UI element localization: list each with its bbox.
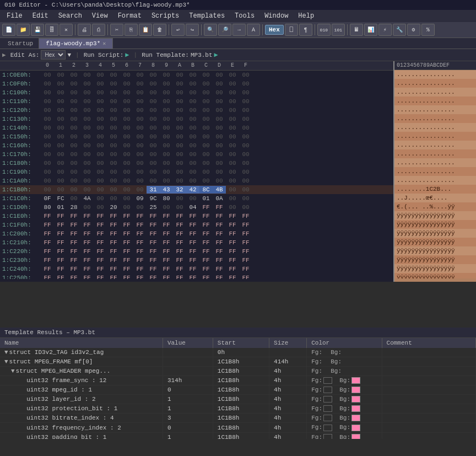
open-btn[interactable]: 📁: [17, 24, 30, 36]
hex-byte[interactable]: FF: [54, 274, 67, 279]
hex-byte[interactable]: 00: [54, 106, 67, 114]
hex-byte[interactable]: 00: [107, 151, 120, 158]
hex-byte[interactable]: 00: [94, 106, 107, 114]
chart-btn[interactable]: 📊: [364, 24, 377, 36]
hex-byte[interactable]: 00: [173, 98, 186, 105]
hex-byte[interactable]: 00: [213, 80, 226, 88]
hex-byte[interactable]: 00: [239, 89, 252, 96]
menu-tools[interactable]: Tools: [230, 11, 259, 21]
hex-byte[interactable]: 00: [120, 71, 133, 79]
hex-byte[interactable]: 00: [80, 203, 94, 211]
hex-byte[interactable]: 00: [107, 142, 120, 149]
hex-byte[interactable]: 4A: [80, 195, 94, 202]
hex-byte[interactable]: FF: [239, 239, 252, 246]
hex-byte[interactable]: 00: [173, 71, 186, 79]
misc-btn[interactable]: ⚡: [378, 24, 392, 36]
hex-byte[interactable]: 01: [199, 195, 213, 202]
hex-byte[interactable]: 00: [67, 151, 80, 158]
hex-byte[interactable]: 00: [160, 177, 173, 185]
hex-byte[interactable]: FF: [213, 274, 226, 279]
table-row[interactable]: uint32 layer_id : 211C1B8h4hFg: Bg:: [0, 395, 476, 404]
hex-byte[interactable]: FF: [107, 248, 120, 255]
fg-color-box[interactable]: [323, 387, 332, 393]
hex-byte[interactable]: FF: [80, 221, 94, 229]
hex-byte[interactable]: 00: [186, 98, 199, 105]
hex-byte[interactable]: FF: [67, 274, 80, 279]
hex-byte[interactable]: FF: [173, 221, 186, 229]
hex-byte[interactable]: 00: [107, 89, 120, 96]
hex-byte[interactable]: 00: [41, 106, 54, 114]
hex-byte[interactable]: FF: [213, 248, 226, 255]
table-row[interactable]: uint32 bitrate_index : 431C1B8h4hFg: Bg:: [0, 414, 476, 423]
hex-byte[interactable]: 00: [94, 203, 107, 211]
hex-byte[interactable]: 00: [54, 124, 67, 132]
hex-byte[interactable]: 00: [107, 98, 120, 105]
menu-templates[interactable]: Templates: [185, 11, 229, 21]
hex-byte[interactable]: 00: [133, 71, 147, 79]
hex-byte[interactable]: 00: [226, 106, 239, 114]
hex-byte[interactable]: FF: [120, 265, 133, 273]
hex-byte[interactable]: 00: [173, 195, 186, 202]
hex-byte[interactable]: 00: [80, 177, 94, 185]
hex-byte[interactable]: 28: [67, 203, 80, 211]
hex-byte[interactable]: 00: [67, 159, 80, 167]
hex2-btn[interactable]: ⎕: [285, 24, 298, 36]
menu-help[interactable]: Help: [294, 11, 318, 21]
fg-color-box[interactable]: [323, 434, 332, 439]
hex-byte[interactable]: 00: [54, 159, 67, 167]
hex-byte[interactable]: 00: [226, 89, 239, 96]
hex-byte[interactable]: 25: [147, 203, 160, 211]
hex-byte[interactable]: FF: [120, 221, 133, 229]
hex-byte[interactable]: 04: [186, 203, 199, 211]
hex-byte[interactable]: 00: [133, 115, 147, 123]
hex-byte[interactable]: 8C: [199, 186, 213, 194]
hex-byte[interactable]: FF: [186, 239, 199, 246]
misc2-btn[interactable]: 🔧: [393, 24, 406, 36]
hex-byte[interactable]: 00: [173, 80, 186, 88]
hex-byte[interactable]: 00: [120, 177, 133, 185]
hex-byte[interactable]: FF: [41, 221, 54, 229]
hex-byte[interactable]: FF: [226, 256, 239, 264]
results-scroll[interactable]: Name Value Start Size Color Comment ▼str…: [0, 338, 476, 439]
hex-byte[interactable]: 00: [173, 151, 186, 158]
menu-edit[interactable]: Edit: [28, 11, 53, 21]
table-row[interactable]: ▼struct MPEG_HEADER mpeg...1C1B8h4hFg: B…: [0, 367, 476, 376]
hex-byte[interactable]: FF: [199, 212, 213, 220]
hex-byte[interactable]: 00: [94, 177, 107, 185]
hex-byte[interactable]: 00: [226, 98, 239, 105]
hex-byte[interactable]: 00: [107, 195, 120, 202]
hex-byte[interactable]: 00: [54, 98, 67, 105]
hex-byte[interactable]: 00: [41, 80, 54, 88]
hex-byte[interactable]: 00: [226, 124, 239, 132]
hex-byte[interactable]: 00: [147, 168, 160, 176]
hex-byte[interactable]: FF: [173, 256, 186, 264]
hex-byte[interactable]: FF: [186, 212, 199, 220]
hex-byte[interactable]: FF: [94, 274, 107, 279]
hex-byte[interactable]: 00: [160, 133, 173, 141]
hex-byte[interactable]: 00: [160, 168, 173, 176]
hex-byte[interactable]: 43: [160, 186, 173, 194]
hex-byte[interactable]: 0A: [213, 195, 226, 202]
hex-byte[interactable]: FF: [226, 265, 239, 273]
hex-byte[interactable]: 00: [120, 195, 133, 202]
hex-byte[interactable]: 00: [94, 71, 107, 79]
hex-byte[interactable]: 00: [199, 80, 213, 88]
hex-byte[interactable]: 00: [239, 115, 252, 123]
hex-byte[interactable]: 00: [213, 106, 226, 114]
hex-byte[interactable]: 00: [147, 124, 160, 132]
hex-byte[interactable]: 00: [107, 124, 120, 132]
hex-byte[interactable]: 00: [120, 89, 133, 96]
hex-byte[interactable]: FF: [226, 221, 239, 229]
paste-btn[interactable]: 📋: [139, 24, 152, 36]
hex-byte[interactable]: FF: [199, 203, 213, 211]
hex-byte[interactable]: FF: [173, 239, 186, 246]
hex-byte[interactable]: 09: [133, 195, 147, 202]
hex-byte[interactable]: 00: [133, 98, 147, 105]
hex-byte[interactable]: FF: [120, 239, 133, 246]
hex-byte[interactable]: FF: [94, 212, 107, 220]
hex-byte[interactable]: 00: [54, 80, 67, 88]
hex-byte[interactable]: FF: [80, 274, 94, 279]
hex-byte[interactable]: FF: [133, 212, 147, 220]
misc3-btn[interactable]: ⚙: [407, 24, 420, 36]
hex-byte[interactable]: 00: [133, 124, 147, 132]
